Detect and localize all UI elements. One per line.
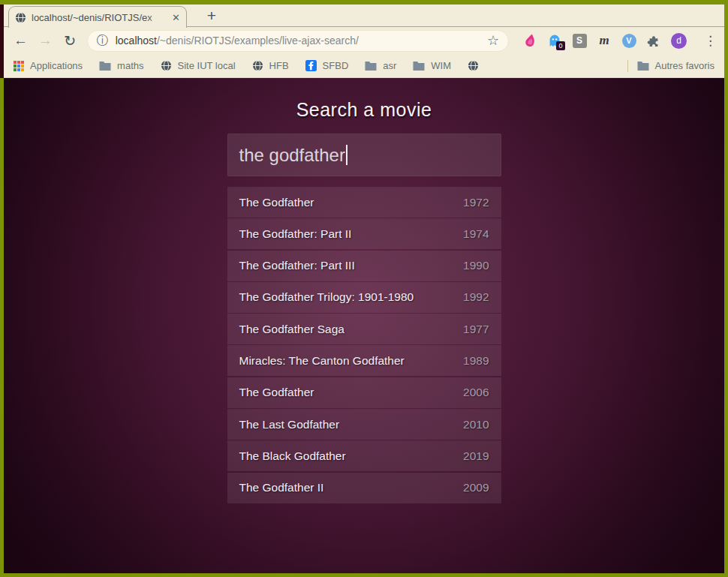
tab-close-icon[interactable]: ✕ xyxy=(172,12,180,23)
result-row[interactable]: Miracles: The Canton Godfather 1989 xyxy=(227,345,501,376)
facebook-icon xyxy=(305,60,317,71)
page-viewport: Search a movie the godfather The Godfath… xyxy=(4,78,724,573)
tab-title: localhost/~denis/RIOTJS/ex xyxy=(32,12,167,23)
bookmark-maths[interactable]: maths xyxy=(99,60,143,71)
bookmarks-right: Autres favoris xyxy=(627,60,714,72)
bookmark-site-iut-local[interactable]: Site IUT local xyxy=(161,60,236,71)
result-year: 1989 xyxy=(463,354,489,368)
extensions-puzzle-icon[interactable] xyxy=(646,33,661,48)
folder-icon xyxy=(365,61,377,71)
search-input-value: the godfather xyxy=(239,145,345,166)
bookmark-label: asr xyxy=(383,60,396,71)
result-title: The Godfather Trilogy: 1901-1980 xyxy=(239,290,414,304)
globe-favicon-icon xyxy=(15,12,26,23)
extensions-area: 0 S m V d ⋮ xyxy=(522,33,717,49)
result-year: 2010 xyxy=(463,418,489,431)
ghost-extension-icon[interactable]: 0 xyxy=(547,33,562,48)
pink-flame-extension-icon[interactable] xyxy=(522,33,537,48)
bookmark-label: Site IUT local xyxy=(178,60,236,71)
back-button[interactable]: ← xyxy=(11,31,30,50)
result-title: Miracles: The Canton Godfather xyxy=(239,354,405,368)
result-row[interactable]: The Black Godfather 2019 xyxy=(227,440,501,471)
s-extension-icon[interactable]: S xyxy=(572,33,587,48)
result-year: 1974 xyxy=(463,227,489,241)
result-row[interactable]: The Last Godfather 2010 xyxy=(227,409,501,440)
v-extension-icon[interactable]: V xyxy=(621,33,636,48)
text-caret xyxy=(346,145,347,165)
result-title: The Godfather II xyxy=(239,481,324,494)
other-bookmarks-label: Autres favoris xyxy=(655,60,714,71)
result-row[interactable]: The Godfather: Part II 1974 xyxy=(227,218,501,249)
bookmark-hfb[interactable]: HFB xyxy=(252,60,289,71)
result-year: 1990 xyxy=(463,259,489,272)
m-extension-icon[interactable]: m xyxy=(597,33,612,48)
result-title: The Godfather: Part II xyxy=(239,227,352,241)
bookmark-label: Applications xyxy=(30,60,83,71)
result-year: 1977 xyxy=(463,323,489,336)
result-year: 2019 xyxy=(463,449,489,463)
globe-icon xyxy=(252,60,263,71)
profile-avatar[interactable]: d xyxy=(671,33,687,49)
bookmark-star-icon[interactable]: ☆ xyxy=(487,32,499,49)
bookmark-label: HFB xyxy=(269,60,289,71)
bookmark-label: WIM xyxy=(431,60,451,71)
flame-icon xyxy=(524,34,536,47)
result-year: 2009 xyxy=(463,481,489,494)
folder-icon xyxy=(637,61,649,71)
result-row[interactable]: The Godfather 1972 xyxy=(227,187,501,218)
result-year: 1972 xyxy=(463,196,489,209)
browser-window: localhost/~denis/RIOTJS/ex ✕ + ← → ↻ ⓘ l… xyxy=(0,0,728,577)
result-row[interactable]: The Godfather Saga 1977 xyxy=(227,314,501,344)
address-bar[interactable]: ⓘ localhost/~denis/RIOTJS/examples/live-… xyxy=(87,30,509,52)
reload-button[interactable]: ↻ xyxy=(61,31,80,50)
page-info-icon[interactable]: ⓘ xyxy=(97,33,109,49)
result-title: The Godfather xyxy=(239,196,314,209)
new-tab-button[interactable]: + xyxy=(200,6,223,26)
result-row[interactable]: The Godfather Trilogy: 1901-1980 1992 xyxy=(227,282,501,313)
bookmark-sfbd[interactable]: SFBD xyxy=(305,60,349,71)
bookmarks-divider xyxy=(627,60,628,72)
globe-icon xyxy=(161,60,172,71)
search-results-list: The Godfather 1972 The Godfather: Part I… xyxy=(227,187,501,503)
bookmark-label: maths xyxy=(117,60,143,71)
result-title: The Godfather: Part III xyxy=(239,259,355,272)
s-letter: S xyxy=(573,34,587,48)
bookmark-unlabeled[interactable] xyxy=(468,60,479,71)
ghost-badge: 0 xyxy=(556,41,565,50)
globe-icon xyxy=(468,60,479,71)
bookmark-applications[interactable]: Applications xyxy=(14,60,83,71)
browser-chrome: localhost/~denis/RIOTJS/ex ✕ + ← → ↻ ⓘ l… xyxy=(4,5,724,78)
bookmark-label: SFBD xyxy=(323,60,349,71)
result-title: The Godfather xyxy=(239,386,314,399)
bookmark-asr[interactable]: asr xyxy=(365,60,396,71)
v-letter: V xyxy=(622,34,636,48)
folder-icon xyxy=(99,61,111,71)
result-year: 1992 xyxy=(463,290,489,304)
result-row[interactable]: The Godfather: Part III 1990 xyxy=(227,251,501,281)
bookmark-wim[interactable]: WIM xyxy=(413,60,451,71)
toolbar: ← → ↻ ⓘ localhost/~denis/RIOTJS/examples… xyxy=(4,27,724,54)
tab-strip: localhost/~denis/RIOTJS/ex ✕ + xyxy=(4,5,724,27)
result-title: The Last Godfather xyxy=(239,418,340,431)
forward-button[interactable]: → xyxy=(36,31,55,50)
other-bookmarks-button[interactable]: Autres favoris xyxy=(637,60,714,71)
result-row[interactable]: The Godfather 2006 xyxy=(227,377,501,408)
tab-localhost[interactable]: localhost/~denis/RIOTJS/ex ✕ xyxy=(8,6,187,28)
url-text: localhost/~denis/RIOTJS/examples/live-aj… xyxy=(116,35,481,47)
m-letter: m xyxy=(599,33,609,48)
tab-title-fade xyxy=(146,12,167,23)
result-title: The Black Godfather xyxy=(239,449,346,463)
browser-menu-icon[interactable]: ⋮ xyxy=(704,33,717,49)
page-title: Search a movie xyxy=(4,99,724,121)
bookmarks-bar: Applications maths Site IUT local xyxy=(4,54,724,78)
result-year: 2006 xyxy=(463,386,489,399)
puzzle-icon xyxy=(647,34,660,47)
result-title: The Godfather Saga xyxy=(239,323,344,336)
folder-icon xyxy=(413,61,425,71)
apps-grid-icon xyxy=(14,61,24,71)
result-row[interactable]: The Godfather II 2009 xyxy=(227,473,501,503)
search-input[interactable]: the godfather xyxy=(227,134,501,176)
